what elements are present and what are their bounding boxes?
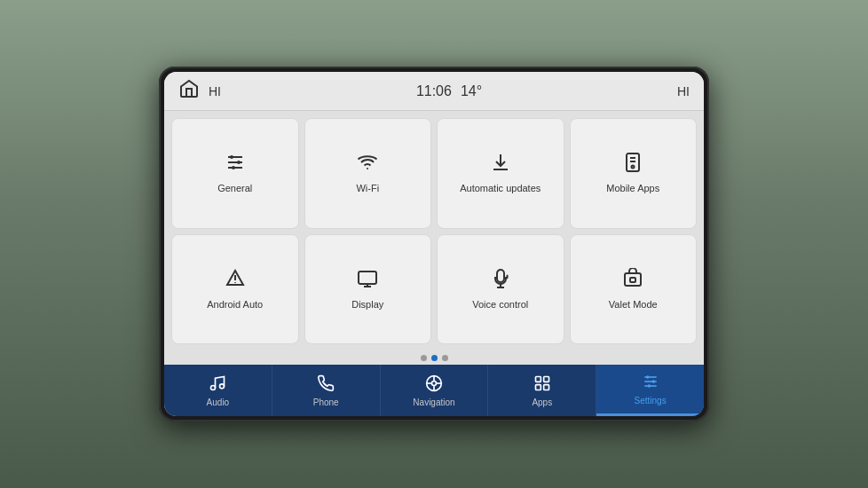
home-icon[interactable] — [178, 78, 200, 104]
settings-label: Settings — [635, 396, 667, 405]
svg-rect-32 — [543, 384, 548, 390]
voice-control-label: Voice control — [472, 298, 528, 311]
nav-apps[interactable]: Apps — [488, 365, 596, 416]
display-icon — [357, 268, 378, 293]
phone-icon — [317, 374, 335, 395]
page-dots — [164, 351, 704, 365]
svg-point-38 — [647, 384, 650, 387]
settings-icon — [642, 373, 659, 393]
general-button[interactable]: General — [171, 118, 299, 229]
navigation-icon — [425, 374, 443, 395]
svg-point-3 — [230, 155, 233, 159]
dot-3[interactable] — [442, 355, 448, 361]
screen-outer-bezel: HI 11:06 14° HI — [159, 67, 709, 421]
svg-point-6 — [367, 168, 368, 169]
svg-rect-20 — [630, 278, 635, 282]
header-hi-label-right: HI — [677, 84, 690, 98]
wifi-icon — [357, 152, 378, 177]
nav-phone[interactable]: Phone — [272, 365, 381, 416]
nav-audio[interactable]: Audio — [164, 365, 272, 416]
auto-updates-button[interactable]: Automatic updates — [437, 118, 564, 229]
car-infotainment-screen: HI 11:06 14° HI — [164, 72, 704, 416]
navigation-label: Navigation — [413, 397, 454, 407]
wifi-button[interactable]: Wi-Fi — [304, 118, 432, 229]
grid-row-1: General Wi-Fi — [171, 118, 697, 229]
svg-rect-14 — [359, 272, 376, 284]
svg-rect-19 — [625, 273, 641, 286]
dot-2[interactable] — [431, 355, 438, 361]
display-label: Display — [351, 298, 383, 311]
header-center: 11:06 14° — [416, 83, 482, 99]
nav-settings[interactable]: Settings — [596, 365, 704, 416]
bottom-navigation: Audio Phone — [164, 365, 704, 416]
settings-grid: General Wi-Fi — [164, 111, 704, 351]
svg-rect-29 — [535, 376, 541, 382]
header-left: HI — [178, 78, 221, 104]
header-temperature: 14° — [461, 83, 482, 99]
general-label: General — [217, 182, 252, 194]
svg-point-37 — [651, 380, 654, 382]
valet-mode-button[interactable]: Valet Mode — [570, 234, 698, 345]
sliders-icon — [225, 152, 246, 177]
svg-point-10 — [632, 166, 635, 169]
grid-row-2: Android Auto Display — [171, 234, 697, 345]
svg-rect-31 — [535, 384, 541, 390]
screen-header: HI 11:06 14° HI — [164, 72, 704, 111]
mobile-apps-icon — [622, 152, 643, 177]
wifi-label: Wi-Fi — [356, 182, 379, 194]
valet-mode-label: Valet Mode — [609, 298, 658, 311]
svg-point-5 — [232, 166, 235, 169]
android-auto-button[interactable]: Android Auto — [171, 234, 299, 345]
phone-label: Phone — [313, 397, 339, 407]
nav-navigation[interactable]: Navigation — [381, 365, 489, 416]
svg-point-21 — [211, 385, 216, 390]
audio-icon — [209, 374, 226, 395]
header-time: 11:06 — [416, 83, 452, 99]
svg-point-24 — [431, 381, 436, 385]
dot-1[interactable] — [421, 355, 427, 361]
apps-label: Apps — [532, 397, 552, 407]
auto-updates-label: Automatic updates — [460, 182, 541, 194]
header-hi-label-left: HI — [209, 84, 221, 98]
download-icon — [490, 152, 511, 177]
svg-point-36 — [646, 375, 649, 378]
svg-point-22 — [220, 383, 225, 388]
mobile-apps-button[interactable]: Mobile Apps — [570, 118, 698, 229]
svg-point-13 — [234, 281, 236, 283]
audio-label: Audio — [207, 397, 230, 407]
voice-control-button[interactable]: Voice control — [437, 234, 564, 345]
apps-icon — [533, 374, 551, 395]
svg-point-4 — [237, 161, 241, 164]
android-auto-label: Android Auto — [207, 298, 263, 311]
mobile-apps-label: Mobile Apps — [606, 182, 659, 194]
svg-rect-30 — [543, 376, 548, 382]
display-button[interactable]: Display — [304, 234, 432, 345]
voice-icon — [490, 268, 511, 293]
android-auto-icon — [225, 268, 246, 293]
dashboard-background: HI 11:06 14° HI — [0, 0, 868, 488]
valet-mode-icon — [622, 268, 643, 293]
